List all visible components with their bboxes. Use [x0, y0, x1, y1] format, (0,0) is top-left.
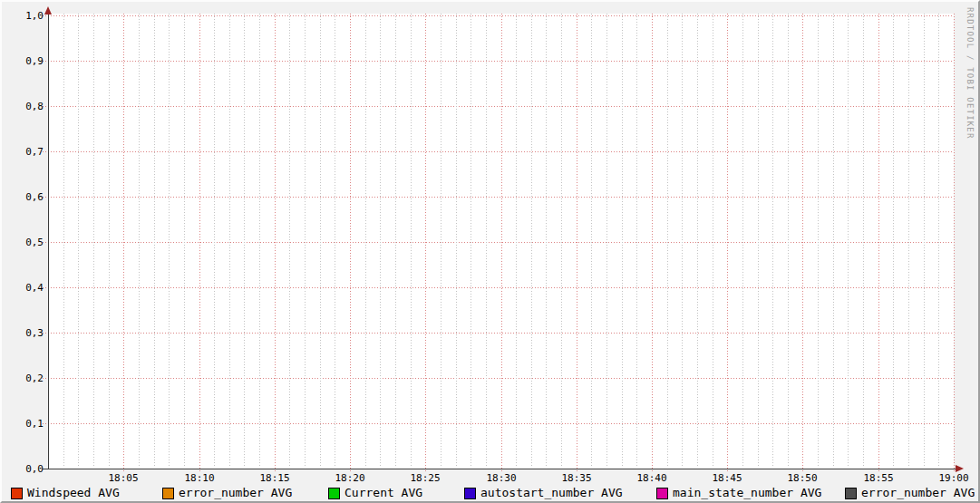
legend-item-label: error_number AVG — [179, 487, 292, 499]
legend-color-swatch — [11, 488, 23, 499]
legend-item-label: Windspeed AVG — [27, 487, 120, 499]
rrdtool-graph: 1,00,90,80,70,60,50,40,30,20,10,018:0518… — [0, 0, 980, 503]
legend-color-swatch — [328, 488, 340, 499]
legend-color-swatch — [845, 488, 857, 499]
rrdtool-watermark: RRDTOOL / TOBI OETIKER — [965, 7, 975, 140]
legend-color-swatch — [162, 488, 174, 499]
legend: Windspeed AVGerror_number AVGCurrent AVG… — [2, 2, 978, 501]
legend-color-swatch — [656, 488, 668, 499]
legend-item-label: main_state_number AVG — [673, 487, 821, 499]
legend-item-label: Current AVG — [344, 487, 422, 499]
legend-color-swatch — [464, 488, 476, 499]
legend-item-label: autostart_number AVG — [480, 487, 623, 499]
legend-item-label: error_number AVG — [861, 487, 975, 499]
